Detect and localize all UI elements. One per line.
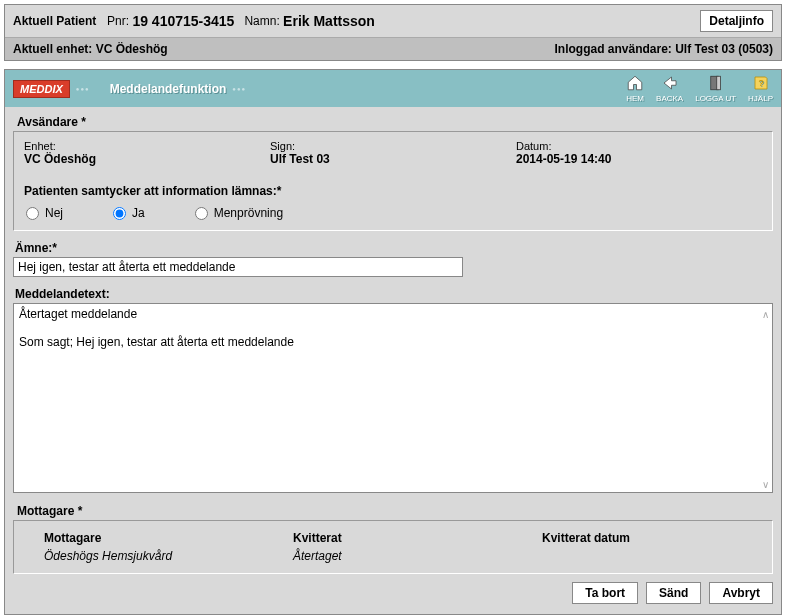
send-button[interactable]: Sänd (646, 582, 701, 604)
recipient-ack: Återtaget (293, 549, 542, 563)
back-icon (661, 74, 679, 94)
logout-icon (707, 74, 725, 94)
user-label: Inloggad användare: (554, 42, 671, 56)
main-frame: MEDDIX ●●● Meddelandefunktion ●●● HEM BA… (4, 69, 782, 615)
home-label: HEM (626, 94, 644, 103)
help-button[interactable]: ? HJÄLP (748, 74, 773, 103)
button-row: Ta bort Sänd Avbryt (13, 574, 773, 606)
pnr-value: 19 410715-3415 (132, 13, 234, 29)
home-icon (626, 74, 644, 94)
sender-section-label: Avsändare * (17, 115, 773, 129)
sender-enhet: VC Ödeshög (24, 152, 270, 166)
sender-date: 2014-05-19 14:40 (516, 152, 762, 166)
subject-label: Ämne:* (15, 241, 773, 255)
recipient-ackdate (542, 549, 742, 563)
enhet-bar: Aktuell enhet: VC Ödeshög Inloggad använ… (5, 37, 781, 60)
divider-dots: ●●● (76, 86, 90, 92)
titlebar: MEDDIX ●●● Meddelandefunktion ●●● HEM BA… (5, 70, 781, 107)
body-textarea[interactable] (13, 303, 773, 493)
consent-no-label: Nej (45, 206, 63, 220)
recipient-name: Ödeshögs Hemsjukvård (44, 549, 293, 563)
th-ackdate: Kvitterat datum (542, 531, 742, 545)
delete-button[interactable]: Ta bort (572, 582, 638, 604)
page-title: Meddelandefunktion (110, 82, 227, 96)
consent-no-radio[interactable] (26, 207, 39, 220)
sender-sign: Ulf Test 03 (270, 152, 516, 166)
content: Avsändare * Enhet: VC Ödeshög Sign: Ulf … (5, 107, 781, 614)
consent-men-radio[interactable] (195, 207, 208, 220)
enhet-label: Aktuell enhet: (13, 42, 92, 56)
sender-sign-label: Sign: (270, 140, 516, 152)
recipients-section-label: Mottagare * (17, 504, 773, 518)
patient-frame: Aktuell Patient Pnr: 19 410715-3415 Namn… (4, 4, 782, 61)
consent-no[interactable]: Nej (26, 206, 63, 220)
name-label: Namn: (244, 14, 279, 28)
body-label: Meddelandetext: (15, 287, 773, 301)
recipients-header: Mottagare Kvitterat Kvitterat datum (24, 529, 762, 547)
cancel-button[interactable]: Avbryt (709, 582, 773, 604)
consent-label: Patienten samtycker att information lämn… (24, 184, 762, 198)
recipients-panel: Mottagare Kvitterat Kvitterat datum Ödes… (13, 520, 773, 574)
user-value: Ulf Test 03 (0503) (675, 42, 773, 56)
logout-button[interactable]: LOGGA UT (695, 74, 736, 103)
enhet-value: VC Ödeshög (96, 42, 168, 56)
help-icon: ? (752, 74, 770, 94)
patient-title: Aktuell Patient (13, 14, 96, 28)
logout-label: LOGGA UT (695, 94, 736, 103)
detail-button[interactable]: Detaljinfo (700, 10, 773, 32)
table-row: Ödeshögs Hemsjukvård Återtaget (24, 547, 762, 565)
consent-radio-group: Nej Ja Menprövning (24, 198, 762, 222)
th-ack: Kvitterat (293, 531, 542, 545)
back-button[interactable]: BACKA (656, 74, 683, 103)
name-value: Erik Mattsson (283, 13, 375, 29)
patient-bar: Aktuell Patient Pnr: 19 410715-3415 Namn… (5, 5, 781, 37)
divider-dots: ●●● (232, 86, 246, 92)
svg-text:?: ? (758, 78, 763, 88)
consent-yes-label: Ja (132, 206, 145, 220)
app-logo: MEDDIX (13, 80, 70, 98)
consent-yes[interactable]: Ja (113, 206, 145, 220)
sender-date-label: Datum: (516, 140, 762, 152)
back-label: BACKA (656, 94, 683, 103)
pnr-label: Pnr: (107, 14, 129, 28)
svg-rect-1 (716, 76, 720, 90)
consent-men-label: Menprövning (214, 206, 283, 220)
subject-input[interactable] (13, 257, 463, 277)
help-label: HJÄLP (748, 94, 773, 103)
sender-enhet-label: Enhet: (24, 140, 270, 152)
sender-panel: Enhet: VC Ödeshög Sign: Ulf Test 03 Datu… (13, 131, 773, 231)
home-button[interactable]: HEM (626, 74, 644, 103)
toolbar: HEM BACKA LOGGA UT ? HJÄLP (626, 74, 773, 103)
th-name: Mottagare (44, 531, 293, 545)
consent-yes-radio[interactable] (113, 207, 126, 220)
consent-men[interactable]: Menprövning (195, 206, 283, 220)
